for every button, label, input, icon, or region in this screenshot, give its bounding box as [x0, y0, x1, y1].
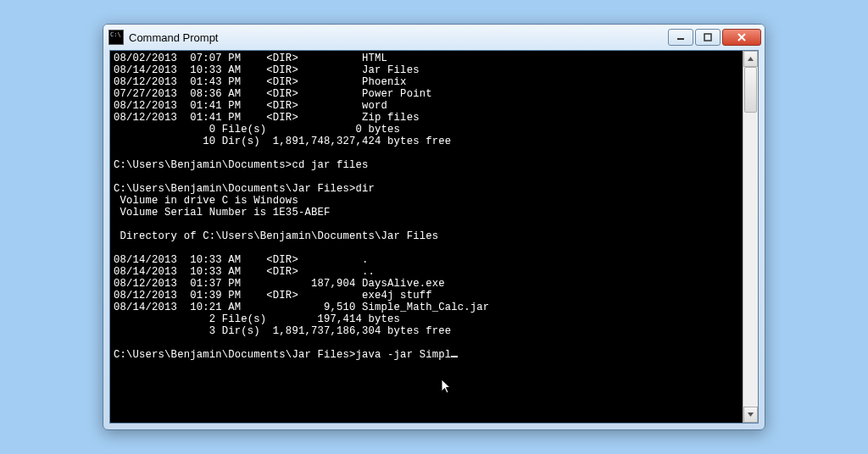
vertical-scrollbar[interactable]: [743, 51, 758, 423]
scroll-down-button[interactable]: [743, 407, 758, 423]
text-cursor: [451, 356, 458, 357]
command-prompt-window: Command Prompt 08/02/2013 07:07 PM <DIR>…: [103, 24, 765, 430]
close-button[interactable]: [722, 29, 761, 46]
scroll-track[interactable]: [743, 67, 758, 407]
client-area: 08/02/2013 07:07 PM <DIR> HTML 08/14/201…: [109, 50, 759, 424]
cmd-icon: [108, 30, 124, 45]
window-buttons: [668, 29, 761, 46]
minimize-button[interactable]: [668, 29, 693, 46]
svg-rect-1: [704, 34, 711, 41]
window-title: Command Prompt: [129, 31, 218, 44]
console-output[interactable]: 08/02/2013 07:07 PM <DIR> HTML 08/14/201…: [110, 51, 743, 423]
scroll-thumb[interactable]: [744, 67, 757, 113]
titlebar[interactable]: Command Prompt: [103, 25, 765, 50]
scroll-up-button[interactable]: [743, 51, 758, 67]
maximize-button[interactable]: [695, 29, 721, 46]
